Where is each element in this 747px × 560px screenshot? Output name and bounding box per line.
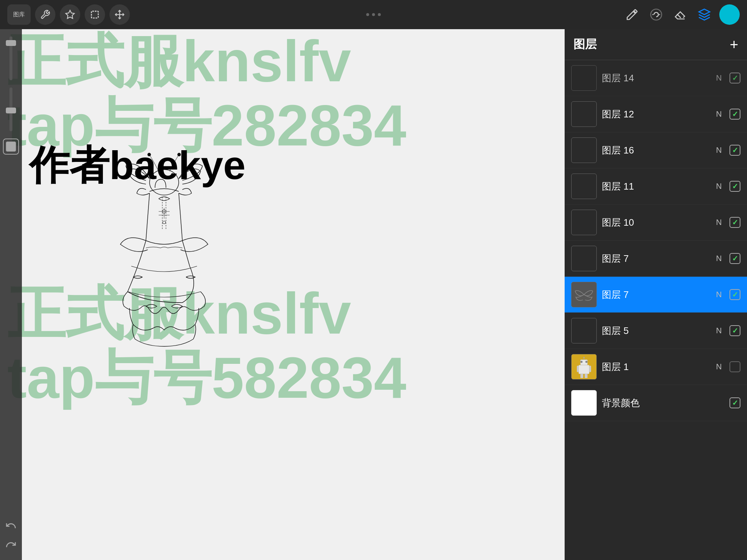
eraser-tool[interactable]: [671, 5, 689, 24]
layers-panel-title: 图层: [573, 36, 597, 52]
layer-item-10[interactable]: 图层 10 N: [565, 205, 747, 241]
opacity-slider[interactable]: [9, 36, 12, 80]
layer-item-1[interactable]: 图层 1 N: [565, 349, 747, 385]
dot-1: [366, 13, 369, 16]
layer-mode-11: N: [713, 182, 724, 191]
svg-point-9: [163, 221, 166, 224]
toolbar: 图库: [0, 0, 747, 29]
left-sidebar: [0, 29, 22, 560]
toolbar-right: [623, 4, 740, 25]
dot-3: [378, 13, 381, 16]
svg-rect-1: [92, 11, 98, 18]
svg-point-20: [583, 357, 585, 358]
author-text: 作者baekye: [29, 139, 245, 193]
layer-visible-5[interactable]: [729, 325, 740, 336]
layer-name-bg: 背景颜色: [602, 397, 708, 409]
layer-mode-14: N: [713, 73, 724, 83]
layers-list: 图层 14 N 图层 12 N 图层 16 N 图层 11 N: [565, 60, 747, 560]
toolbar-center: [366, 13, 381, 16]
layer-name-7a: 图层 7: [602, 252, 708, 265]
layer-name-7b: 图层 7: [602, 288, 708, 301]
layer-thumbnail-7a: [571, 246, 597, 271]
size-slider-container: [0, 88, 22, 131]
layer-item-12[interactable]: 图层 12 N: [565, 96, 747, 132]
layer-item-7a[interactable]: 图层 7 N: [565, 241, 747, 277]
layer-visible-1[interactable]: [729, 361, 740, 372]
layer-visible-7a[interactable]: [729, 253, 740, 264]
svg-rect-14: [589, 366, 591, 372]
layers-panel: 图层 + 图层 14 N 图层 12 N 图层 16 N 图层 11: [565, 29, 747, 560]
opacity-thumb[interactable]: [6, 40, 16, 46]
layer-mode-7a: N: [713, 254, 724, 263]
layer-thumbnail-1: [571, 354, 597, 380]
layer-item-11[interactable]: 图层 11 N: [565, 168, 747, 205]
opacity-slider-container: [0, 36, 22, 80]
selection-button[interactable]: [85, 4, 105, 25]
layer-thumbnail-12: [571, 101, 597, 127]
layer-thumbnail-16: [571, 137, 597, 163]
layer-name-16: 图层 16: [602, 144, 708, 157]
wrench-button[interactable]: [35, 4, 55, 25]
undo-redo-group: [3, 518, 19, 553]
layer-visible-14[interactable]: [729, 73, 740, 83]
transform-button[interactable]: [109, 4, 130, 25]
layer-mode-10: N: [713, 218, 724, 227]
layer-item-16[interactable]: 图层 16 N: [565, 132, 747, 168]
layer-name-11: 图层 11: [602, 180, 708, 193]
user-avatar[interactable]: [719, 4, 740, 25]
layer-thumbnail-7b: [571, 282, 597, 307]
brush-tool[interactable]: [623, 5, 641, 24]
layer-name-5: 图层 5: [602, 324, 708, 337]
layer-thumbnail-bg: [571, 390, 597, 416]
layers-tool[interactable]: [695, 5, 713, 24]
layer-mode-16: N: [713, 145, 724, 155]
size-thumb[interactable]: [6, 108, 16, 113]
toolbar-left: 图库: [7, 4, 130, 25]
size-slider[interactable]: [9, 88, 12, 131]
svg-rect-12: [578, 365, 589, 374]
layer-mode-7b: N: [713, 290, 724, 299]
layer-thumbnail-11: [571, 174, 597, 199]
layer-mode-5: N: [713, 326, 724, 335]
layer-thumbnail-10: [571, 210, 597, 235]
layer-name-1: 图层 1: [602, 361, 708, 373]
layer-visible-bg[interactable]: [729, 397, 740, 408]
svg-point-17: [580, 361, 582, 363]
layer-visible-11[interactable]: [729, 181, 740, 192]
artwork: [22, 29, 306, 540]
svg-rect-16: [585, 374, 588, 378]
layer-name-14: 图层 14: [602, 72, 708, 85]
layer-visible-10[interactable]: [729, 217, 740, 228]
layer-item-7b[interactable]: 图层 7 N: [565, 277, 747, 313]
svg-marker-0: [66, 10, 74, 18]
magic-button[interactable]: [60, 4, 80, 25]
layer-visible-7b[interactable]: [729, 289, 740, 300]
layer-thumbnail-5: [571, 318, 597, 343]
gallery-button[interactable]: 图库: [7, 4, 31, 25]
layer-visible-16[interactable]: [729, 145, 740, 156]
redo-button[interactable]: [3, 537, 19, 553]
undo-button[interactable]: [3, 518, 19, 534]
svg-rect-13: [577, 366, 579, 372]
svg-point-18: [585, 361, 588, 363]
add-layer-button[interactable]: +: [730, 37, 738, 52]
layer-thumbnail-14: [571, 65, 597, 91]
layer-name-10: 图层 10: [602, 216, 708, 229]
svg-marker-4: [699, 9, 710, 15]
smudge-tool[interactable]: [647, 5, 665, 24]
layer-item-14[interactable]: 图层 14 N: [565, 60, 747, 96]
layers-panel-header: 图层 +: [565, 29, 747, 60]
layer-item-bg[interactable]: 背景颜色: [565, 385, 747, 421]
layer-visible-12[interactable]: [729, 109, 740, 120]
svg-rect-15: [580, 374, 583, 378]
color-swatch[interactable]: [3, 139, 19, 155]
dot-2: [372, 13, 375, 16]
layer-mode-1: N: [713, 362, 724, 372]
layer-mode-12: N: [713, 109, 724, 119]
layer-item-5[interactable]: 图层 5 N: [565, 313, 747, 349]
layer-name-12: 图层 12: [602, 108, 708, 121]
